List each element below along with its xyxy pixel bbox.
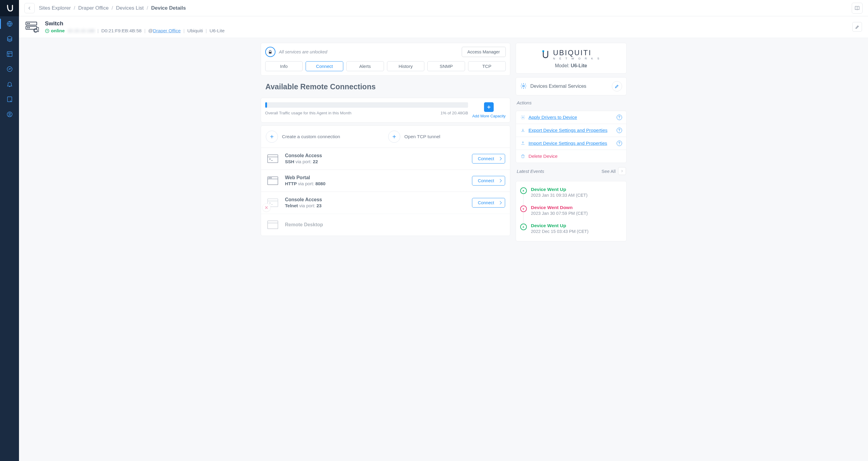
add-capacity-label[interactable]: Add More Capacity bbox=[472, 114, 506, 119]
terminal-icon bbox=[266, 197, 280, 209]
help-icon[interactable]: ? bbox=[617, 127, 622, 133]
docs-button[interactable] bbox=[852, 3, 863, 13]
sidebar bbox=[0, 0, 19, 461]
plus-icon bbox=[266, 131, 278, 143]
events-heading: Latest Events bbox=[517, 169, 544, 174]
traffic-card: Overall Traffic usage for this Agent in … bbox=[261, 98, 510, 122]
svg-rect-3 bbox=[7, 97, 12, 102]
svg-point-11 bbox=[29, 27, 30, 28]
svg-rect-20 bbox=[267, 221, 278, 229]
breadcrumb-item[interactable]: Sites Explorer bbox=[39, 5, 71, 11]
event-item[interactable]: Device Went Up 2023 Jan 31 09:33 AM (CET… bbox=[520, 185, 622, 203]
sidebar-nav-account[interactable] bbox=[0, 107, 19, 122]
device-status-label: online bbox=[51, 28, 65, 33]
actions-card: Apply Drivers to Device ? Export Device … bbox=[516, 111, 627, 163]
breadcrumb-current: Device Details bbox=[151, 5, 186, 11]
svg-point-10 bbox=[27, 27, 28, 28]
section-title: Available Remote Connections bbox=[261, 76, 510, 98]
actions-heading: Actions bbox=[516, 99, 627, 107]
add-capacity-button[interactable] bbox=[484, 102, 494, 112]
connection-via: via port: bbox=[296, 159, 312, 164]
sidebar-nav-dashboard[interactable] bbox=[0, 47, 19, 62]
edit-device-button[interactable] bbox=[852, 22, 862, 32]
breadcrumb-sep: / bbox=[74, 5, 75, 11]
breadcrumb-sep: / bbox=[147, 5, 148, 11]
sidebar-nav-monitoring[interactable] bbox=[0, 62, 19, 77]
svg-rect-13 bbox=[269, 52, 272, 53]
event-time: 2022 Dec 15 03:43 PM (CET) bbox=[531, 229, 589, 234]
help-icon[interactable]: ? bbox=[617, 141, 622, 146]
svg-point-16 bbox=[269, 177, 269, 178]
action-export-settings[interactable]: Export Device Settings and Properties ? bbox=[516, 124, 626, 137]
open-tcp-label: Open TCP tunnel bbox=[404, 134, 440, 139]
device-model: U6-Lite bbox=[210, 28, 224, 33]
action-import-settings[interactable]: Import Device Settings and Properties ? bbox=[516, 137, 626, 150]
event-item[interactable]: Device Went Down 2023 Jan 30 07:59 PM (C… bbox=[520, 203, 622, 221]
sidebar-nav-alerts[interactable] bbox=[0, 77, 19, 92]
tab-alerts[interactable]: Alerts bbox=[346, 61, 384, 71]
connection-title: Web Portal bbox=[285, 175, 326, 180]
connection-port: 8080 bbox=[315, 181, 325, 186]
sidebar-nav-explorer[interactable] bbox=[0, 16, 19, 31]
action-apply-drivers[interactable]: Apply Drivers to Device ? bbox=[516, 111, 626, 124]
open-tcp-tunnel[interactable]: Open TCP tunnel bbox=[388, 131, 505, 143]
svg-point-22 bbox=[523, 85, 524, 87]
connection-item: Remote Desktop bbox=[261, 213, 510, 236]
breadcrumb-item[interactable]: Draper Office bbox=[79, 5, 109, 11]
arrow-up-icon bbox=[520, 224, 527, 230]
tab-info[interactable]: Info bbox=[265, 61, 303, 71]
connection-proto: HTTP bbox=[285, 181, 297, 186]
event-title: Device Went Up bbox=[531, 187, 588, 192]
tab-tcp[interactable]: TCP bbox=[468, 61, 506, 71]
svg-point-18 bbox=[271, 177, 272, 178]
connection-title: Console Access bbox=[285, 197, 322, 202]
tab-history[interactable]: History bbox=[387, 61, 425, 71]
device-type-icon bbox=[25, 20, 40, 33]
action-label: Export Device Settings and Properties bbox=[529, 127, 608, 133]
lock-icon bbox=[265, 47, 276, 57]
connection-port: 22 bbox=[313, 159, 318, 164]
arrow-up-icon bbox=[520, 188, 527, 194]
svg-point-8 bbox=[27, 23, 28, 24]
access-status-text: All services are unlocked bbox=[279, 50, 327, 54]
connection-title: Console Access bbox=[285, 153, 322, 159]
event-time: 2023 Jan 30 07:59 PM (CET) bbox=[531, 211, 588, 216]
device-header: Switch online 10.15.10.186 | D0:21:F9:EB… bbox=[19, 16, 868, 38]
help-icon[interactable]: ? bbox=[617, 115, 622, 120]
connection-via: via port: bbox=[299, 203, 315, 208]
connect-button[interactable]: Connect bbox=[472, 176, 505, 185]
tab-snmp[interactable]: SNMP bbox=[427, 61, 465, 71]
connect-button[interactable]: Connect bbox=[472, 154, 505, 164]
sidebar-nav-inventory[interactable] bbox=[0, 31, 19, 47]
device-site[interactable]: @Draper Office bbox=[148, 28, 181, 33]
tab-connect[interactable]: Connect bbox=[306, 61, 343, 71]
event-title: Device Went Up bbox=[531, 223, 589, 228]
action-label: Apply Drivers to Device bbox=[529, 115, 577, 120]
see-all-events[interactable]: See All bbox=[601, 167, 626, 175]
device-ip-blurred: 10.15.10.186 bbox=[67, 28, 95, 33]
sidebar-nav-reports[interactable] bbox=[0, 92, 19, 107]
breadcrumb-sep: / bbox=[112, 5, 113, 11]
back-button[interactable] bbox=[24, 3, 35, 13]
breadcrumb: Sites Explorer / Draper Office / Devices… bbox=[39, 5, 186, 11]
event-title: Device Went Down bbox=[531, 205, 588, 210]
access-card: All services are unlocked Access Manager… bbox=[261, 43, 510, 76]
action-label: Import Device Settings and Properties bbox=[529, 141, 607, 146]
access-manager-button[interactable]: Access Manager bbox=[462, 47, 506, 57]
svg-rect-21 bbox=[542, 50, 544, 52]
connect-button[interactable]: Connect bbox=[472, 198, 505, 208]
terminal-icon bbox=[266, 153, 280, 165]
gear-icon bbox=[520, 115, 526, 120]
see-all-label: See All bbox=[601, 169, 616, 174]
svg-point-23 bbox=[522, 117, 524, 118]
action-delete-device[interactable]: Delete Device bbox=[516, 150, 626, 163]
download-icon bbox=[520, 127, 526, 133]
event-item[interactable]: Device Went Up 2022 Dec 15 03:43 PM (CET… bbox=[520, 221, 622, 239]
events-card: Device Went Up 2023 Jan 31 09:33 AM (CET… bbox=[516, 181, 627, 241]
app-logo[interactable] bbox=[0, 0, 19, 16]
create-custom-connection[interactable]: Create a custom connection bbox=[266, 131, 383, 143]
breadcrumb-item[interactable]: Devices List bbox=[116, 5, 144, 11]
arrow-down-icon bbox=[520, 205, 527, 212]
edit-external-services-button[interactable] bbox=[612, 81, 622, 91]
upload-icon bbox=[520, 141, 526, 146]
